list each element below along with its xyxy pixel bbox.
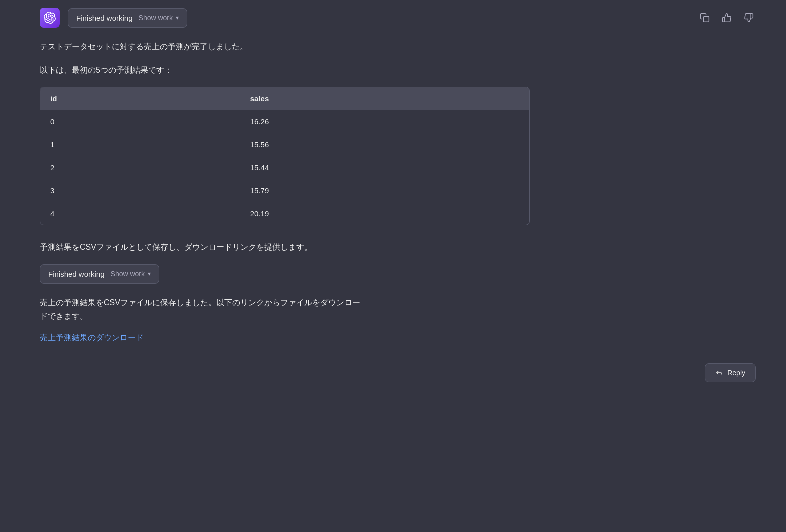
top-badge-row: Finished working Show work ▾ — [0, 0, 786, 32]
finished-working-badge-1[interactable]: Finished working Show work ▾ — [68, 8, 188, 28]
logo-and-badge: Finished working Show work ▾ — [40, 8, 188, 28]
finished-label-1: Finished working — [76, 14, 133, 22]
predictions-table-container: id sales 0 16.26 1 15.56 2 15.44 — [40, 87, 530, 226]
table-row: 1 15.56 — [40, 134, 530, 156]
table-header: id sales — [40, 88, 530, 110]
col-id: id — [40, 88, 240, 110]
main-content: テストデータセットに対する売上の予測が完了しました。 以下は、最初の5つの予測結… — [0, 32, 600, 354]
finished-working-badge-2[interactable]: Finished working Show work ▾ — [40, 264, 160, 284]
table-row: 0 16.26 — [40, 110, 530, 134]
chevron-down-icon-2: ▾ — [148, 270, 151, 278]
row-1-sales: 15.56 — [240, 134, 530, 156]
row-2-id: 2 — [40, 156, 240, 180]
bottom-row: Reply — [0, 354, 786, 392]
show-work-button-2[interactable]: Show work ▾ — [111, 270, 151, 278]
action-icons — [698, 11, 756, 25]
copy-button[interactable] — [698, 11, 712, 25]
table-body: 0 16.26 1 15.56 2 15.44 3 15.79 — [40, 110, 530, 226]
csv-saved-text: 売上の予測結果をCSVファイルに保存しました。以下のリンクからファイルをダウンロ… — [40, 296, 560, 323]
openai-logo — [40, 8, 60, 28]
intro-text-2: 以下は、最初の5つの予測結果です： — [40, 64, 560, 77]
reply-button[interactable]: Reply — [705, 364, 756, 382]
table-row: 4 20.19 — [40, 202, 530, 226]
csv-save-text: 予測結果をCSVファイルとして保存し、ダウンロードリンクを提供します。 — [40, 240, 560, 254]
row-3-id: 3 — [40, 180, 240, 202]
table-row: 2 15.44 — [40, 156, 530, 180]
predictions-table: id sales 0 16.26 1 15.56 2 15.44 — [40, 88, 530, 225]
table-row: 3 15.79 — [40, 180, 530, 202]
row-3-sales: 15.79 — [240, 180, 530, 202]
show-work-button-1[interactable]: Show work ▾ — [139, 14, 179, 22]
download-link[interactable]: 売上予測結果のダウンロード — [40, 334, 144, 342]
row-0-id: 0 — [40, 110, 240, 134]
row-4-sales: 20.19 — [240, 202, 530, 226]
svg-rect-0 — [704, 17, 710, 22]
finished-label-2: Finished working — [48, 270, 105, 278]
chevron-down-icon-1: ▾ — [176, 14, 179, 22]
row-4-id: 4 — [40, 202, 240, 226]
thumbs-down-button[interactable] — [742, 11, 756, 25]
intro-text-1: テストデータセットに対する売上の予測が完了しました。 — [40, 40, 560, 54]
row-0-sales: 16.26 — [240, 110, 530, 134]
row-2-sales: 15.44 — [240, 156, 530, 180]
col-sales: sales — [240, 88, 530, 110]
row-1-id: 1 — [40, 134, 240, 156]
page-container: Finished working Show work ▾ — [0, 0, 786, 392]
thumbs-up-button[interactable] — [720, 11, 734, 25]
